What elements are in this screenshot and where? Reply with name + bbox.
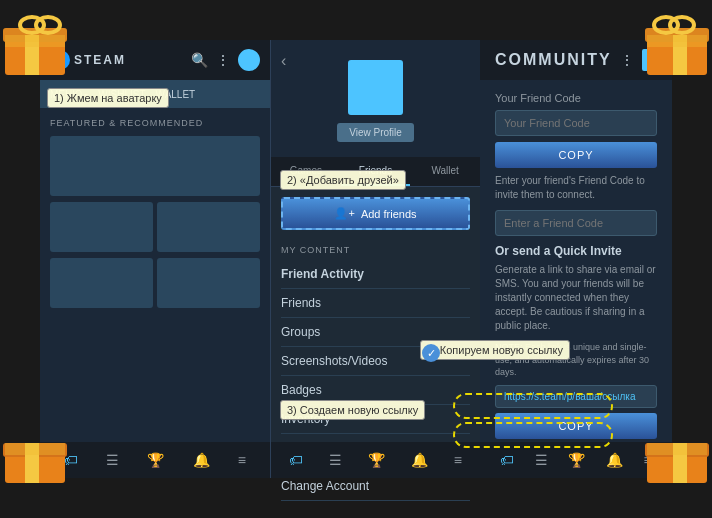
featured-image-small-4 <box>157 258 260 308</box>
copy-invite-link-button[interactable]: COPY <box>495 413 657 439</box>
featured-image-main <box>50 136 260 196</box>
middle-bottom-bell-icon[interactable]: 🔔 <box>411 452 428 468</box>
friend-code-input[interactable] <box>495 110 657 136</box>
middle-bottom-list-icon[interactable]: ☰ <box>329 452 342 468</box>
left-content: FEATURED & RECOMMENDED <box>40 108 270 318</box>
add-friends-icon: 👤+ <box>334 207 354 220</box>
middle-bottom-tag-icon[interactable]: 🏷 <box>289 452 303 468</box>
middle-bottom-trophy-icon[interactable]: 🏆 <box>368 452 385 468</box>
back-button[interactable]: ‹ <box>281 52 286 70</box>
my-content-label: MY CONTENT <box>271 240 480 260</box>
featured-image-row <box>50 202 260 252</box>
friend-code-section-title: Your Friend Code <box>495 92 657 104</box>
bottom-nav-trophy-icon[interactable]: 🏆 <box>147 452 164 468</box>
invite-link-box: https://s.team/p/ваша/ссылка <box>495 385 657 408</box>
add-friends-label: Add friends <box>361 208 417 220</box>
bottom-nav-menu-icon[interactable]: ≡ <box>238 452 246 468</box>
quick-invite-desc: Generate a link to share via email or SM… <box>495 263 657 333</box>
menu-dots-icon[interactable]: ⋮ <box>216 52 230 68</box>
profile-avatar[interactable] <box>348 60 403 115</box>
annotation-4: 4) Копируем новую ссылку <box>420 340 570 360</box>
gift-decoration-bl <box>0 438 80 518</box>
right-bottom-trophy-icon[interactable]: 🏆 <box>568 452 585 468</box>
bottom-nav-list-icon[interactable]: ☰ <box>106 452 119 468</box>
featured-label: FEATURED & RECOMMENDED <box>50 118 260 128</box>
featured-image-row-2 <box>50 258 260 308</box>
friend-code-desc: Enter your friend's Friend Code to invit… <box>495 174 657 202</box>
user-avatar[interactable] <box>238 49 260 71</box>
content-item-friends[interactable]: Friends <box>281 289 470 318</box>
svg-rect-21 <box>647 443 707 455</box>
profile-header: View Profile <box>271 40 480 157</box>
view-profile-button[interactable]: View Profile <box>337 123 414 142</box>
featured-image-small-2 <box>157 202 260 252</box>
community-content: Your Friend Code COPY Enter your friend'… <box>480 80 672 442</box>
middle-bottom-nav: 🏷 ☰ 🏆 🔔 ≡ <box>271 442 480 478</box>
gift-decoration-tr <box>632 0 712 80</box>
gift-decoration-tl <box>0 0 80 80</box>
right-bottom-tag-icon[interactable]: 🏷 <box>500 452 514 468</box>
copy-friend-code-button[interactable]: COPY <box>495 142 657 168</box>
search-icon[interactable]: 🔍 <box>191 52 208 68</box>
featured-image-small-3 <box>50 258 153 308</box>
annotation-2: 2) «Добавить друзей» <box>280 170 406 190</box>
steam-header-icons: 🔍 ⋮ <box>191 49 260 71</box>
right-panel: COMMUNITY ⋮ Your Friend Code COPY Enter … <box>480 40 672 478</box>
featured-images <box>50 136 260 308</box>
community-title: COMMUNITY <box>495 51 612 69</box>
featured-image-small-1 <box>50 202 153 252</box>
steam-logo-text: STEAM <box>74 53 126 67</box>
middle-bottom-menu-icon[interactable]: ≡ <box>454 452 462 468</box>
quick-invite-title: Or send a Quick Invite <box>495 244 657 258</box>
right-bottom-list-icon[interactable]: ☰ <box>535 452 548 468</box>
svg-rect-17 <box>5 443 65 455</box>
right-bottom-bell-icon[interactable]: 🔔 <box>606 452 623 468</box>
bottom-nav-bell-icon[interactable]: 🔔 <box>193 452 210 468</box>
tab-wallet[interactable]: Wallet <box>410 157 480 186</box>
gift-decoration-br <box>632 438 712 518</box>
add-friends-button[interactable]: 👤+ Add friends <box>281 197 470 230</box>
enter-friend-code-input[interactable] <box>495 210 657 236</box>
content-item-friend-activity[interactable]: Friend Activity <box>281 260 470 289</box>
annotation-1: 1) Жмем на аватарку <box>47 88 169 108</box>
annotation-3: 3) Создаем новую ссылку <box>280 400 425 420</box>
